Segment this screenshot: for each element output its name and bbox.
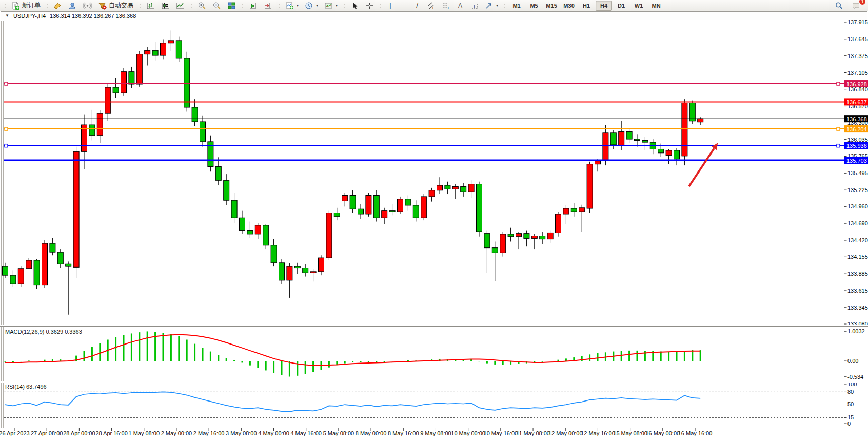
equidistant-channel-tool[interactable]: E (424, 0, 438, 11)
time-axis[interactable]: 26 Apr 202327 Apr 08:0028 Apr 00:0028 Ap… (0, 428, 712, 436)
candlesticks (3, 30, 703, 314)
text-tool[interactable]: A (454, 0, 466, 11)
hline-136.637[interactable]: 136.637 (4, 98, 868, 105)
chart-menu-dropdown-icon[interactable]: ▼ (5, 13, 9, 18)
tf-w1-button[interactable]: W1 (630, 1, 647, 11)
tf-mn-button[interactable]: MN (648, 1, 664, 11)
svg-text:15 May 08:00: 15 May 08:00 (613, 430, 647, 436)
toolbar-grip[interactable] (342, 2, 346, 10)
candle (389, 211, 395, 212)
candle (3, 266, 8, 275)
svg-text:0: 0 (847, 421, 851, 427)
market-watch-button[interactable] (66, 0, 80, 11)
zoom-out-button[interactable] (210, 0, 224, 11)
line-handle[interactable] (5, 127, 8, 130)
horizontal-line-tool[interactable]: — (398, 0, 410, 11)
toolbar-grip[interactable] (45, 2, 49, 10)
tf-m5-button[interactable]: M5 (526, 1, 542, 11)
chart-window-header[interactable]: ▼ USDJPY-,H4 136.314 136.392 136.267 136… (1, 11, 867, 20)
line-handle[interactable] (837, 144, 840, 147)
toolbar-grip[interactable] (189, 2, 193, 10)
bar-chart-button[interactable] (144, 0, 157, 11)
candle (279, 263, 285, 280)
toolbar-grip[interactable] (138, 2, 142, 10)
metaeditor-button[interactable] (51, 0, 65, 11)
notification-badge: 1 (859, 0, 865, 5)
fibonacci-tool[interactable]: F (439, 0, 453, 11)
tf-h1-button[interactable]: H1 (578, 1, 595, 11)
tf-m30-button[interactable]: M30 (561, 1, 577, 11)
text-label-tool[interactable]: T (467, 0, 481, 11)
candle (540, 236, 545, 239)
candle (682, 103, 687, 156)
candlestick-chart-button[interactable] (159, 0, 172, 11)
svg-text:136.368: 136.368 (846, 116, 867, 122)
arrows-tool[interactable]: ▾ (482, 0, 501, 11)
svg-text:135.703: 135.703 (846, 158, 867, 164)
svg-text:10 May 16:00: 10 May 16:00 (484, 430, 518, 436)
candle (610, 133, 616, 145)
line-handle[interactable] (837, 127, 840, 130)
tf-m15-button[interactable]: M15 (543, 1, 560, 11)
svg-text:8 May 16:00: 8 May 16:00 (388, 430, 419, 436)
vertical-line-icon: | (387, 2, 394, 9)
signals-button[interactable] (81, 0, 94, 11)
zoom-in-button[interactable] (195, 0, 209, 11)
line-chart-button[interactable] (173, 0, 187, 11)
toolbar-grip[interactable] (379, 2, 382, 10)
candle (271, 245, 277, 263)
candle (666, 150, 672, 156)
metaeditor-icon (53, 2, 62, 10)
toolbar-grip[interactable] (241, 2, 244, 10)
svg-text:16 May 00:00: 16 May 00:00 (645, 430, 680, 436)
hline-135.703[interactable]: 135.703 (4, 157, 868, 164)
periods-button[interactable]: ▾ (302, 0, 321, 11)
text-label-icon: T (470, 2, 479, 10)
cursor-tool-button[interactable] (348, 0, 362, 11)
crosshair-tool-button[interactable] (363, 0, 377, 11)
candle (445, 185, 450, 189)
trend-arrow-annotation[interactable] (689, 143, 718, 186)
hline-136.368[interactable]: 136.368 (4, 115, 868, 122)
svg-text:11 May 08:00: 11 May 08:00 (516, 430, 550, 436)
svg-text:10 May 00:00: 10 May 00:00 (451, 430, 485, 436)
candle (524, 234, 529, 239)
vertical-line-tool[interactable]: | (384, 0, 397, 11)
notifications-button[interactable]: 1 (849, 0, 863, 11)
cursor-icon (350, 2, 359, 10)
svg-text:16 May 16:00: 16 May 16:00 (678, 430, 713, 436)
tile-windows-button[interactable] (225, 0, 239, 11)
tf-m1-button[interactable]: M1 (508, 1, 525, 11)
toolbar-grip[interactable] (277, 2, 281, 10)
auto-scroll-button[interactable] (246, 0, 260, 11)
candlestick-icon (161, 2, 170, 10)
line-handle[interactable] (837, 82, 840, 85)
candle (247, 231, 253, 234)
price-chart-canvas[interactable]: 137.915137.645137.375137.105136.840136.5… (0, 20, 868, 439)
svg-text:2 May 16:00: 2 May 16:00 (193, 430, 225, 436)
line-handle[interactable] (5, 144, 8, 147)
toolbar-grip[interactable] (503, 2, 506, 10)
candle (26, 260, 32, 269)
hline-135.936[interactable]: 135.936 (4, 142, 868, 149)
candle (326, 213, 332, 258)
candle (452, 186, 458, 189)
toolbar-grip[interactable] (3, 2, 7, 10)
autotrading-button[interactable]: 自动交易 (95, 0, 136, 11)
search-button[interactable] (832, 0, 846, 11)
new-order-button[interactable]: 新订单 (9, 0, 43, 11)
hline-136.204[interactable]: 136.204 (4, 125, 868, 132)
tf-d1-button[interactable]: D1 (613, 1, 629, 11)
price-axis[interactable]: 137.915137.645137.375137.105136.840136.5… (844, 20, 868, 327)
candle (350, 195, 356, 209)
templates-button[interactable]: ▾ (322, 0, 340, 11)
candle (89, 125, 95, 136)
svg-text:4 May 00:00: 4 May 00:00 (258, 430, 289, 436)
chart-shift-button[interactable] (261, 0, 275, 11)
candle (145, 50, 150, 54)
trendline-tool[interactable]: / (411, 0, 423, 11)
tf-h4-button[interactable]: H4 (596, 1, 612, 11)
indicators-button[interactable]: ▾ (283, 0, 301, 11)
line-handle[interactable] (5, 82, 8, 85)
metatrader-window: 新订单 (0, 0, 868, 439)
